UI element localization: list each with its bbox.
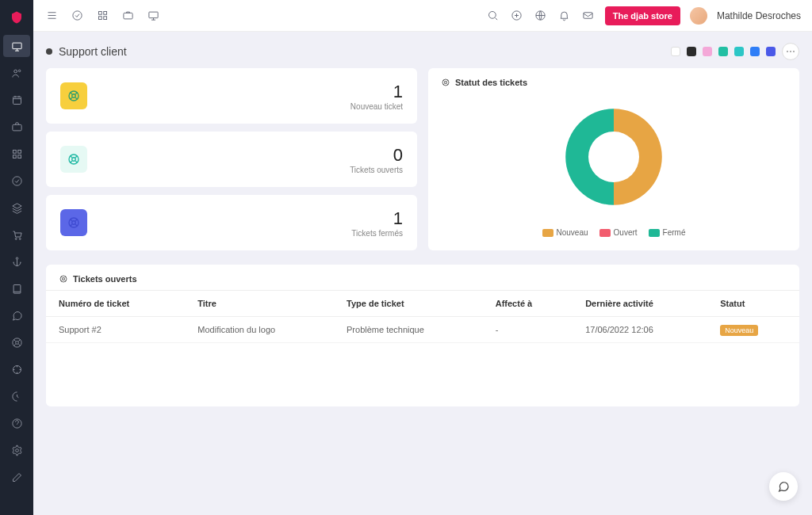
palette-swatch[interactable]: [766, 47, 776, 56]
col-assigned[interactable]: Affecté à: [483, 291, 573, 317]
svg-point-35: [72, 221, 76, 225]
col-title[interactable]: Titre: [185, 291, 334, 317]
bell-icon[interactable]: [557, 9, 572, 23]
lifebuoy-icon: [60, 146, 87, 173]
store-button[interactable]: The djab store: [605, 6, 680, 25]
svg-rect-8: [17, 154, 21, 158]
palette-swatch[interactable]: [687, 47, 696, 56]
sidebar-item-help[interactable]: [0, 410, 33, 436]
lifebuoy-icon: [441, 78, 450, 87]
stat-value: 0: [350, 145, 403, 166]
palette-swatch[interactable]: [750, 47, 760, 56]
svg-rect-0: [12, 43, 21, 49]
lifebuoy-icon: [60, 82, 87, 109]
sidebar-item-layers[interactable]: [0, 195, 33, 220]
apps-icon[interactable]: [95, 9, 109, 23]
stat-value: 1: [350, 82, 403, 102]
mail-icon[interactable]: [581, 9, 596, 23]
svg-rect-4: [12, 124, 21, 131]
briefcase-icon[interactable]: [121, 9, 135, 23]
col-status[interactable]: Statut: [707, 291, 799, 317]
search-icon[interactable]: [486, 9, 500, 23]
svg-point-18: [15, 448, 18, 452]
svg-rect-20: [98, 12, 102, 15]
menu-icon[interactable]: [44, 9, 59, 23]
chart-legend: Nouveau Ouvert Fermé: [441, 228, 787, 237]
col-number[interactable]: Numéro de ticket: [46, 291, 185, 317]
palette-swatch[interactable]: [703, 47, 712, 56]
palette-swatch[interactable]: [671, 47, 680, 56]
cell-title: Modification du logo: [185, 317, 334, 343]
lifebuoy-icon: [60, 209, 87, 236]
username-label: Mathilde Desroches: [717, 10, 801, 21]
legend-label: Ouvert: [614, 228, 638, 237]
palette-swatch[interactable]: [718, 47, 728, 56]
svg-point-2: [18, 70, 21, 72]
sidebar-item-tasks[interactable]: [0, 168, 33, 193]
stat-label: Tickets fermés: [351, 229, 403, 238]
svg-point-39: [63, 278, 65, 280]
cell-type: Problème technique: [334, 317, 483, 343]
donut-chart: [550, 93, 677, 220]
sidebar-item-edit[interactable]: [0, 464, 33, 490]
sidebar-item-users[interactable]: [0, 60, 33, 86]
svg-rect-25: [148, 12, 157, 18]
col-type[interactable]: Type de ticket: [334, 291, 483, 317]
palette-more[interactable]: ⋯: [782, 43, 799, 60]
svg-rect-6: [17, 150, 21, 153]
chat-fab[interactable]: [769, 472, 798, 501]
sidebar-item-anchor[interactable]: [0, 249, 33, 274]
display-icon[interactable]: [146, 9, 160, 23]
sidebar-item-calendar[interactable]: [0, 87, 33, 113]
sidebar-item-support[interactable]: [0, 330, 33, 355]
svg-rect-24: [123, 13, 132, 19]
open-tickets-card: Tickets ouverts Numéro de ticket Titre T…: [46, 265, 799, 406]
add-icon[interactable]: [510, 9, 524, 23]
svg-point-12: [16, 257, 18, 259]
svg-point-1: [13, 70, 17, 73]
stat-card-open[interactable]: 0 Tickets ouverts: [46, 132, 417, 187]
sidebar-item-book[interactable]: [0, 276, 33, 301]
svg-point-33: [72, 158, 76, 162]
stat-value: 1: [351, 208, 403, 229]
sidebar-item-time[interactable]: [0, 383, 33, 409]
globe-icon[interactable]: [534, 9, 548, 23]
sidebar-item-target[interactable]: [0, 357, 33, 382]
sidebar-item-chat[interactable]: [0, 303, 33, 328]
card-title: Statut des tickets: [455, 78, 527, 87]
cell-activity: 17/06/2022 12:06: [573, 317, 707, 343]
color-palette: ⋯: [671, 43, 799, 60]
svg-rect-5: [13, 150, 16, 153]
sidebar-item-dashboard[interactable]: [3, 35, 30, 57]
palette-swatch[interactable]: [734, 47, 744, 56]
table-row[interactable]: Support #2 Modification du logo Problème…: [46, 317, 799, 343]
avatar[interactable]: [690, 7, 707, 25]
sidebar-item-apps[interactable]: [0, 141, 33, 166]
cell-number: Support #2: [46, 317, 185, 343]
cell-status: Nouveau: [707, 317, 799, 343]
svg-rect-3: [13, 97, 21, 104]
svg-point-19: [72, 11, 81, 20]
svg-point-9: [12, 176, 21, 185]
svg-rect-22: [98, 17, 102, 20]
sidebar: [0, 0, 33, 515]
stat-card-closed[interactable]: 1 Tickets fermés: [46, 195, 417, 250]
page-status-dot: [46, 48, 52, 55]
svg-rect-29: [584, 13, 592, 19]
col-activity[interactable]: Dernière activité: [573, 291, 707, 317]
status-badge: Nouveau: [720, 325, 758, 336]
lifebuoy-icon: [59, 274, 68, 284]
check-circle-icon[interactable]: [70, 9, 84, 23]
legend-label: Fermé: [663, 228, 686, 237]
tickets-table: Numéro de ticket Titre Type de ticket Af…: [46, 290, 799, 343]
stat-card-new[interactable]: 1 Nouveau ticket: [46, 68, 417, 124]
sidebar-item-briefcase[interactable]: [0, 114, 33, 139]
svg-point-15: [15, 341, 18, 344]
sidebar-item-cart[interactable]: [0, 222, 33, 247]
sidebar-item-settings[interactable]: [0, 437, 33, 463]
app-logo[interactable]: [0, 3, 33, 32]
svg-point-10: [15, 238, 17, 239]
stat-label: Nouveau ticket: [350, 102, 403, 111]
chart-card-status: Statut des tickets Nouveau Ouvert Fermé: [428, 68, 799, 250]
svg-rect-23: [103, 17, 106, 20]
